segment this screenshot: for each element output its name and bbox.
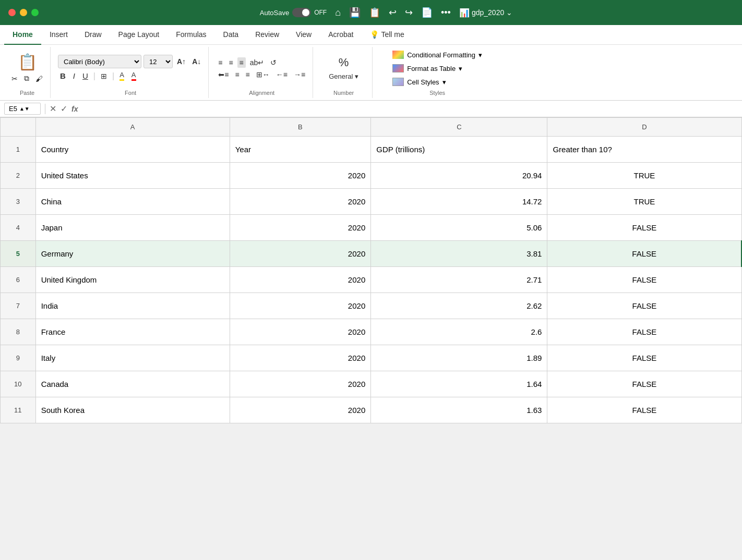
maximize-button[interactable]: [31, 9, 39, 16]
cell-C1[interactable]: GDP (trillions): [371, 137, 547, 163]
merge-btn[interactable]: ⊞↔: [254, 69, 272, 80]
cell-D5[interactable]: FALSE: [547, 241, 741, 267]
align-left-btn[interactable]: ⬅≡: [216, 69, 231, 80]
cell-D3[interactable]: TRUE: [547, 189, 741, 215]
cell-C5[interactable]: 3.81: [371, 241, 547, 267]
wrap-text-btn[interactable]: ab↵: [248, 57, 267, 68]
cell-A1[interactable]: Country: [35, 137, 230, 163]
row-header-5[interactable]: 5: [1, 241, 36, 267]
tab-formulas[interactable]: Formulas: [167, 25, 214, 45]
col-header-d[interactable]: D: [547, 118, 741, 137]
insert-function-icon[interactable]: fx: [71, 105, 78, 113]
cancel-formula-icon[interactable]: ✕: [50, 104, 56, 114]
font-color-button[interactable]: A: [129, 70, 138, 82]
col-header-b[interactable]: B: [230, 118, 371, 137]
cell-A2[interactable]: United States: [35, 163, 230, 189]
cell-C6[interactable]: 2.71: [371, 267, 547, 293]
align-top-right-btn[interactable]: ≡: [237, 57, 246, 68]
tab-insert[interactable]: Insert: [41, 25, 76, 45]
cell-D4[interactable]: FALSE: [547, 215, 741, 241]
home-icon[interactable]: ⌂: [335, 7, 341, 18]
row-header-7[interactable]: 7: [1, 293, 36, 319]
col-header-a[interactable]: A: [35, 118, 230, 137]
cell-C3[interactable]: 14.72: [371, 189, 547, 215]
cell-styles-btn[interactable]: Cell Styles ▾: [388, 76, 486, 88]
row-header-3[interactable]: 3: [1, 189, 36, 215]
row-header-4[interactable]: 4: [1, 215, 36, 241]
close-button[interactable]: [8, 9, 16, 16]
cell-C9[interactable]: 1.89: [371, 345, 547, 371]
cell-B10[interactable]: 2020: [230, 371, 371, 397]
cell-C4[interactable]: 5.06: [371, 215, 547, 241]
more-icon[interactable]: •••: [441, 7, 451, 18]
confirm-formula-icon[interactable]: ✓: [61, 104, 67, 114]
cell-B6[interactable]: 2020: [230, 267, 371, 293]
cell-A6[interactable]: United Kingdom: [35, 267, 230, 293]
cell-B4[interactable]: 2020: [230, 215, 371, 241]
copy-button[interactable]: ⧉: [22, 73, 31, 84]
cell-C2[interactable]: 20.94: [371, 163, 547, 189]
underline-button[interactable]: U: [80, 70, 90, 81]
row-header-6[interactable]: 6: [1, 267, 36, 293]
font-size-select[interactable]: 12: [143, 55, 173, 68]
tab-data[interactable]: Data: [215, 25, 247, 45]
cell-A10[interactable]: Canada: [35, 371, 230, 397]
cell-D7[interactable]: FALSE: [547, 293, 741, 319]
cell-B8[interactable]: 2020: [230, 319, 371, 345]
cell-B1[interactable]: Year: [230, 137, 371, 163]
col-header-c[interactable]: C: [371, 118, 547, 137]
autosave-toggle[interactable]: [292, 8, 311, 17]
toolbar-icons[interactable]: ⌂ 💾 📋 ↩ ↪ 📄 •••: [335, 7, 451, 18]
italic-button[interactable]: I: [71, 70, 77, 81]
tab-draw[interactable]: Draw: [76, 25, 110, 45]
cell-D8[interactable]: FALSE: [547, 319, 741, 345]
row-header-1[interactable]: 1: [1, 137, 36, 163]
cell-A7[interactable]: India: [35, 293, 230, 319]
increase-font-btn[interactable]: A↑: [175, 56, 188, 67]
format-painter-button[interactable]: 🖌: [33, 73, 45, 84]
cell-C10[interactable]: 1.64: [371, 371, 547, 397]
cell-C11[interactable]: 1.63: [371, 397, 547, 423]
decrease-font-btn[interactable]: A↓: [190, 56, 203, 67]
file-name[interactable]: 📊 gdp_2020 ⌄: [459, 8, 512, 18]
row-header-9[interactable]: 9: [1, 345, 36, 371]
row-header-11[interactable]: 11: [1, 397, 36, 423]
cell-D9[interactable]: FALSE: [547, 345, 741, 371]
paste-button[interactable]: 📋: [16, 53, 39, 71]
format-as-table-btn[interactable]: Format as Table ▾: [388, 63, 486, 74]
row-header-2[interactable]: 2: [1, 163, 36, 189]
cell-A8[interactable]: France: [35, 319, 230, 345]
row-header-8[interactable]: 8: [1, 319, 36, 345]
tab-view[interactable]: View: [288, 25, 320, 45]
formula-input[interactable]: [82, 105, 738, 113]
redo-icon[interactable]: ↪: [405, 7, 413, 18]
tab-home[interactable]: Home: [4, 25, 41, 45]
align-right-btn[interactable]: ≡: [244, 69, 252, 80]
tab-acrobat[interactable]: Acrobat: [320, 25, 362, 45]
cell-B7[interactable]: 2020: [230, 293, 371, 319]
window-controls[interactable]: [8, 9, 39, 16]
cell-A11[interactable]: South Korea: [35, 397, 230, 423]
cell-B5[interactable]: 2020: [230, 241, 371, 267]
cell-D11[interactable]: FALSE: [547, 397, 741, 423]
indent-decrease-btn[interactable]: ←≡: [274, 69, 290, 80]
cell-A4[interactable]: Japan: [35, 215, 230, 241]
new-doc-icon[interactable]: 📄: [421, 7, 433, 18]
indent-increase-btn[interactable]: →≡: [292, 69, 307, 80]
row-header-10[interactable]: 10: [1, 371, 36, 397]
align-center-btn[interactable]: ≡: [233, 69, 241, 80]
cell-C7[interactable]: 2.62: [371, 293, 547, 319]
save-as-icon[interactable]: 📋: [369, 7, 380, 18]
formula-icons[interactable]: ✕ ✓ fx: [50, 104, 78, 114]
cell-A5[interactable]: Germany: [35, 241, 230, 267]
cell-A3[interactable]: China: [35, 189, 230, 215]
fill-color-button[interactable]: A: [117, 70, 126, 82]
minimize-button[interactable]: [20, 9, 27, 16]
align-top-center-btn[interactable]: ≡: [226, 57, 235, 68]
cell-B9[interactable]: 2020: [230, 345, 371, 371]
number-format-btn[interactable]: General ▾: [327, 71, 361, 81]
cell-D6[interactable]: FALSE: [547, 267, 741, 293]
align-top-left-btn[interactable]: ≡: [216, 57, 224, 68]
save-icon[interactable]: 💾: [349, 7, 361, 18]
cell-D1[interactable]: Greater than 10?: [547, 137, 741, 163]
